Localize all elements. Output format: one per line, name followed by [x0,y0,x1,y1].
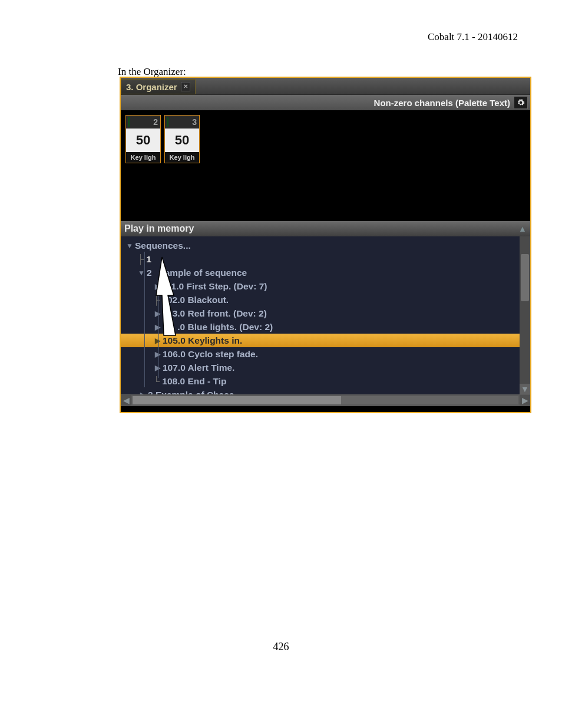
chevron-right-icon: ▶ [153,364,161,372]
scrollbar-thumb[interactable] [133,396,341,404]
channel-tile[interactable]: 3 50 Key ligh [164,115,200,163]
tree-label: 108.0 End - Tip [162,376,226,387]
tab-label: 3. Organizer [126,82,177,92]
tree-label: 1 [146,254,151,265]
tree-item[interactable]: ▶ 106.0 Cyclo step fade. [121,347,530,361]
section-header[interactable]: Play in memory ▲ [121,221,530,236]
horizontal-scrollbar[interactable]: ◀ ▶ [121,394,530,406]
channel-value: 50 [126,129,160,152]
gear-icon[interactable] [514,96,528,109]
tab-organizer[interactable]: 3. Organizer ✕ [121,79,196,94]
chevron-down-icon: ▼ [125,242,134,250]
scroll-up-icon[interactable]: ▲ [517,223,528,234]
organizer-window: 3. Organizer ✕ Non-zero channels (Palett… [120,77,531,413]
tree-label: Sequences... [135,241,191,251]
toolbar-label: Non-zero channels (Palette Text) [374,98,510,108]
tree-item-selected[interactable]: ▶ 105.0 Keylights in. [121,334,530,347]
tree-label: 01.0 First Step. (Dev: 7) [166,281,267,292]
scrollbar-track[interactable] [133,396,518,404]
tree-item[interactable]: ▶ 107.0 Alert Time. [121,361,530,374]
tree-item-root[interactable]: ▼ Sequences... [121,239,530,252]
tree-label: 10 [163,322,173,332]
scroll-left-icon[interactable]: ◀ [121,395,131,406]
tree-label: 1 [163,308,168,319]
chevron-right-icon: ▶ [153,282,161,291]
tree-item[interactable]: ▼ 2 ample of sequence [121,266,530,279]
tree: ▼ Sequences... ├ 1 ▼ 2 ample of sequence… [121,236,530,394]
channel-label: Key ligh [165,152,199,163]
tree-label: 3 Example of Chase [148,390,234,395]
tree-item[interactable]: ├ 1 02.0 Blackout. [121,293,530,307]
tree-label: 3.0 Red front. (Dev: 2) [173,308,267,319]
toolbar: Non-zero channels (Palette Text) [121,95,530,110]
channel-label: Key ligh [126,152,160,163]
chevron-right-icon: ▶ [153,350,161,358]
tree-item[interactable]: ├ 1 [121,252,530,266]
tree-item[interactable]: ▶ 01.0 First Step. (Dev: 7) [121,279,530,293]
channel-area: 2 50 Key ligh 3 50 Key ligh [121,110,530,221]
channel-number: 2 [126,116,160,129]
tree-label: .0 Blue lights. (Dev: 2) [177,322,273,332]
tree-item[interactable]: ▶ 10 .0 Blue lights. (Dev: 2) [121,320,530,334]
chevron-right-icon: ▶ [153,323,161,331]
scroll-down-icon[interactable]: ▼ [520,384,530,394]
tree-label: 106.0 Cyclo step fade. [163,349,258,360]
tree-label: 105.0 Keylights in. [163,335,242,346]
tree-item[interactable]: ▶ 1 3.0 Red front. (Dev: 2) [121,307,530,320]
channel-number: 3 [165,116,199,129]
tab-bar: 3. Organizer ✕ [121,78,530,95]
section-title: Play in memory [124,223,194,234]
caption: In the Organizer: [118,66,186,78]
tree-item[interactable]: ▶ 3 Example of Chase [121,388,530,394]
vertical-scrollbar[interactable]: ▼ [520,236,530,394]
tree-label: 2 [147,268,152,278]
tree-item[interactable]: └ 108.0 End - Tip [121,374,530,388]
chevron-right-icon: ▶ [153,337,161,345]
tree-label: ample of sequence [165,268,247,278]
tree-label: 02.0 Blackout. [167,295,229,305]
scrollbar-thumb[interactable] [521,254,529,301]
chevron-right-icon: ▶ [153,309,161,318]
channel-value: 50 [165,129,199,152]
doc-header: Cobalt 7.1 - 20140612 [428,31,518,43]
scroll-right-icon[interactable]: ▶ [520,395,530,406]
channel-tile[interactable]: 2 50 Key ligh [125,115,161,163]
close-icon[interactable]: ✕ [181,82,190,91]
page-number: 426 [0,641,562,653]
tree-label: 107.0 Alert Time. [163,363,234,373]
